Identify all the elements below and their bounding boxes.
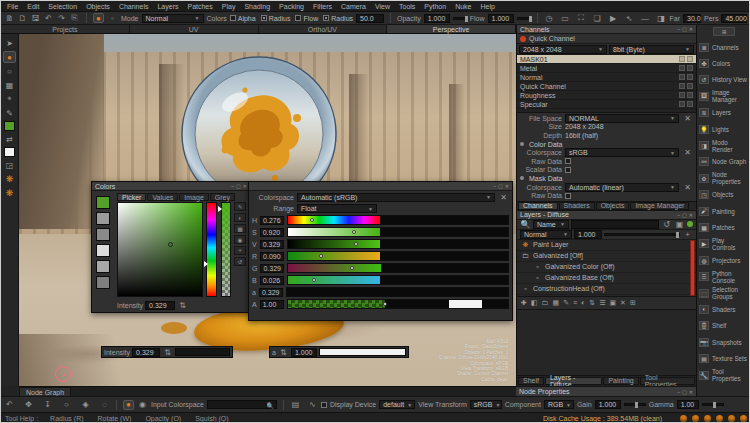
alpha-handle[interactable] <box>383 302 387 306</box>
alpha-strip[interactable] <box>221 202 231 297</box>
toolbar-checkbox[interactable]: Radius <box>261 15 291 22</box>
layer-action-icon[interactable]: ⊞ <box>630 299 636 307</box>
opacity-slider[interactable] <box>453 17 467 20</box>
node-properties-titlebar[interactable]: Node Properties –▢✕ <box>516 386 696 396</box>
slider-value-field[interactable]: 0.276 <box>260 216 284 225</box>
reset-icon[interactable]: ✕ <box>682 148 693 158</box>
menu-item[interactable]: Python <box>424 3 446 10</box>
view-tool-icon[interactable]: ▭ <box>560 13 571 23</box>
dock-tab[interactable]: Channels <box>518 202 558 210</box>
colorspace-dropdown[interactable]: Automatic (sRGB)▼ <box>297 193 495 202</box>
picker-tool-icon[interactable]: ◐ <box>234 213 246 222</box>
smear-tool-icon[interactable]: ○ <box>3 65 16 77</box>
menu-item[interactable]: View <box>375 3 390 10</box>
colors-tab[interactable]: Picker <box>117 193 146 201</box>
gain-slider[interactable] <box>624 403 646 406</box>
palette-list-item[interactable]: ☰ Python Console <box>697 268 750 284</box>
select-tool-icon[interactable]: ➤ <box>3 37 16 49</box>
intensity-slider[interactable] <box>175 348 230 356</box>
menu-item[interactable]: Play <box>222 3 236 10</box>
intensity-field[interactable]: 0.329 <box>132 348 160 357</box>
toolbar-checkbox[interactable]: Flow <box>295 15 318 22</box>
nav-tool-icon[interactable]: ↧ <box>42 400 53 410</box>
filter-mode-dropdown[interactable]: Name▼ <box>533 220 569 229</box>
flow-slider[interactable] <box>517 17 531 20</box>
menu-item[interactable]: Help <box>481 3 495 10</box>
layer-action-icon[interactable]: ⇅ <box>589 299 595 307</box>
hue-strip[interactable] <box>206 202 217 297</box>
color-swatch[interactable] <box>96 228 110 241</box>
slider-track[interactable] <box>287 275 509 285</box>
layer-action-icon[interactable]: ◐ <box>581 299 585 306</box>
menu-item[interactable]: Patches <box>187 3 212 10</box>
nav-tool-icon[interactable]: ✥ <box>23 400 34 410</box>
layer-action-icon[interactable]: ≡ <box>573 299 577 306</box>
dock-tab[interactable]: Objects <box>596 202 630 210</box>
palette-list-item[interactable]: ▦ Patches <box>697 219 750 235</box>
spinner-icon[interactable]: ⇅ <box>162 347 173 357</box>
color-swatch[interactable] <box>96 196 110 209</box>
file-tool-icon[interactable]: 🗋 <box>17 13 28 23</box>
a-value-field[interactable]: 0.329 <box>259 288 283 297</box>
palette-list-item[interactable]: ◳ Objects <box>697 187 750 203</box>
view-tool-icon[interactable]: ◷ <box>544 13 555 23</box>
colors-tab[interactable]: Grey <box>210 193 235 201</box>
node-graph-tab[interactable]: Node Graph <box>19 387 71 396</box>
layer-row[interactable]: ❋ Paint Layer <box>517 240 696 251</box>
palette-list-item[interactable]: ◨ Modo Render <box>697 137 750 153</box>
hue-marker[interactable] <box>204 261 208 267</box>
view-tool-icon[interactable]: ― <box>640 13 651 23</box>
file-tool-icon[interactable]: 🗎 <box>4 13 15 23</box>
input-colorspace-search[interactable]: 🔍 <box>207 400 277 409</box>
view-tool-icon[interactable]: ➴ <box>624 13 635 23</box>
warp-tool-icon[interactable]: ▦ <box>3 79 16 91</box>
display-tool-icon[interactable]: ▤ <box>290 400 301 410</box>
window-control-icon[interactable]: ✕ <box>243 183 247 189</box>
eraser-icon[interactable]: ◦ <box>107 13 118 23</box>
bottom-dock-tab[interactable]: Tool Properties <box>640 377 695 385</box>
palette-list-item[interactable]: ▤ Texture Sets <box>697 350 750 366</box>
view-tool-icon[interactable]: ⛶ <box>576 13 587 23</box>
alpha-field[interactable]: 1.000 <box>291 348 317 357</box>
paint-tool-icon[interactable]: ● <box>3 51 16 63</box>
spinner-icon[interactable]: ⇅ <box>278 347 289 357</box>
menu-item[interactable]: Nuke <box>455 3 471 10</box>
color-swatch[interactable] <box>96 276 110 289</box>
palette-list-item[interactable]: 🔧 Tool Properties <box>697 367 750 383</box>
viewport-tab[interactable]: Ortho/UV <box>259 25 388 33</box>
channel-depth-dropdown[interactable]: 8bit (Byte)▼ <box>609 45 694 54</box>
raw-data-checkbox[interactable] <box>565 193 571 199</box>
layer-row[interactable]: 🗀 Galvanized [Off] <box>517 251 696 262</box>
picker-tool-icon[interactable]: ⌖ <box>234 246 246 255</box>
window-control-icon[interactable]: ✕ <box>689 26 693 32</box>
checkbox-icon[interactable] <box>261 15 267 21</box>
window-control-icon[interactable]: ✕ <box>505 183 509 189</box>
view-tool-icon[interactable]: ◨ <box>656 13 667 23</box>
picker-tool-icon[interactable]: ↺ <box>234 257 246 266</box>
channel-row[interactable]: Metal <box>517 64 696 73</box>
nav-tool-icon[interactable]: ↶ <box>4 400 15 410</box>
palette-list-item[interactable]: ▶ Play Controls <box>697 236 750 252</box>
layer-scrollbar[interactable] <box>690 240 695 296</box>
slider-handle[interactable] <box>350 266 354 270</box>
add-layer-button[interactable]: + <box>682 229 693 239</box>
channel-size-dropdown[interactable]: 2048 x 2048▼ <box>519 45 607 54</box>
sliders-palette-titlebar[interactable]: –▢✕ <box>249 182 512 191</box>
display-device-dropdown[interactable]: default▼ <box>379 400 415 409</box>
alpha-slider-track[interactable] <box>287 299 509 309</box>
menu-item[interactable]: Selection <box>48 3 77 10</box>
palette-list-item[interactable]: ⚯ Node Graph <box>697 154 750 170</box>
refresh-icon[interactable]: ↺ <box>661 219 672 229</box>
a-slider-track[interactable] <box>286 287 509 297</box>
palette-list-item[interactable]: 🖼 Image Manager <box>697 88 750 104</box>
menu-item[interactable]: Packing <box>279 3 304 10</box>
viewport-tab[interactable]: Perspective <box>387 25 516 33</box>
bottom-dock-tab[interactable]: Painting <box>603 377 638 385</box>
clear-icon[interactable]: ▣ <box>674 219 685 229</box>
palette-list-item[interactable]: ⚙ Node Properties <box>697 170 750 186</box>
mode-dropdown[interactable]: Normal▼ <box>142 14 204 23</box>
layer-row[interactable]: ▫ Galvanized Base (Off) <box>517 273 696 284</box>
blur-brush-icon[interactable]: ◉ <box>137 400 148 410</box>
palette-list-item[interactable]: ≣ Channels <box>697 39 750 55</box>
colors-tab[interactable]: Image <box>179 193 208 201</box>
